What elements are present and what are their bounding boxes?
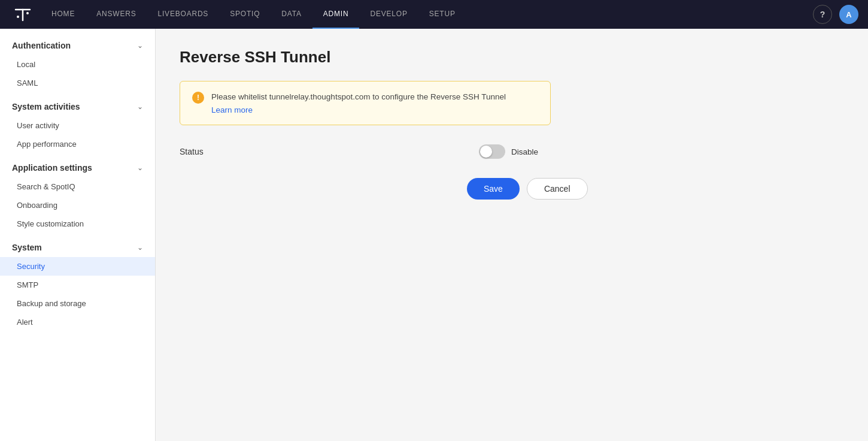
- authentication-chevron: ⌄: [137, 41, 143, 50]
- nav-develop[interactable]: DEVELOP: [359, 0, 418, 29]
- alert-message: Please whitelist tunnelrelay.thoughtspot…: [211, 91, 506, 103]
- learn-more-link[interactable]: Learn more: [211, 105, 253, 114]
- top-navigation: HOME ANSWERS LIVEBOARDS SPOTIQ DATA ADMI…: [0, 0, 868, 29]
- status-row: Status Disable: [180, 144, 844, 159]
- user-avatar[interactable]: A: [839, 5, 858, 24]
- nav-links: HOME ANSWERS LIVEBOARDS SPOTIQ DATA ADMI…: [41, 0, 813, 29]
- button-row: Save Cancel: [467, 178, 844, 200]
- sidebar-section-authentication: Authentication ⌄ Local SAML: [0, 34, 155, 92]
- page-title: Reverse SSH Tunnel: [180, 48, 844, 67]
- system-activities-items: User activity App performance: [0, 116, 155, 153]
- toggle-knob: [480, 146, 492, 158]
- sidebar-section-header-system[interactable]: System ⌄: [0, 235, 155, 257]
- svg-point-3: [17, 16, 19, 18]
- sidebar-item-smtp[interactable]: SMTP: [0, 276, 155, 294]
- alert-content: Please whitelist tunnelrelay.thoughtspot…: [211, 91, 506, 115]
- logo[interactable]: [10, 0, 36, 29]
- body-layout: Authentication ⌄ Local SAML System activ…: [0, 29, 868, 441]
- application-settings-chevron: ⌄: [137, 164, 143, 172]
- sidebar-item-saml[interactable]: SAML: [0, 74, 155, 92]
- nav-answers[interactable]: ANSWERS: [86, 0, 147, 29]
- toggle-container: Disable: [479, 144, 538, 159]
- save-button[interactable]: Save: [467, 178, 520, 200]
- sidebar-item-user-activity[interactable]: User activity: [0, 116, 155, 135]
- nav-liveboards[interactable]: LIVEBOARDS: [147, 0, 219, 29]
- sidebar-item-search-spotiq[interactable]: Search & SpotIQ: [0, 177, 155, 196]
- system-activities-chevron: ⌄: [137, 102, 143, 111]
- nav-admin[interactable]: ADMIN: [312, 0, 360, 29]
- system-items: Security SMTP Backup and storage Alert: [0, 257, 155, 331]
- main-content: Reverse SSH Tunnel ! Please whitelist tu…: [156, 29, 868, 441]
- sidebar-item-app-performance[interactable]: App performance: [0, 135, 155, 153]
- system-title: System: [12, 243, 42, 252]
- alert-box: ! Please whitelist tunnelrelay.thoughtsp…: [180, 81, 551, 125]
- sidebar-item-backup-storage[interactable]: Backup and storage: [0, 294, 155, 313]
- nav-spotiq[interactable]: SPOTIQ: [219, 0, 271, 29]
- sidebar-section-header-application-settings[interactable]: Application settings ⌄: [0, 156, 155, 177]
- nav-data[interactable]: DATA: [271, 0, 312, 29]
- authentication-title: Authentication: [12, 41, 71, 50]
- alert-icon: !: [192, 92, 204, 104]
- sidebar-item-local[interactable]: Local: [0, 55, 155, 74]
- system-activities-title: System activities: [12, 102, 80, 111]
- sidebar-section-application-settings: Application settings ⌄ Search & SpotIQ O…: [0, 156, 155, 233]
- help-button[interactable]: ?: [813, 5, 832, 24]
- cancel-button[interactable]: Cancel: [527, 178, 588, 200]
- sidebar-section-header-system-activities[interactable]: System activities ⌄: [0, 95, 155, 116]
- status-toggle[interactable]: [479, 144, 505, 159]
- sidebar-item-alert[interactable]: Alert: [0, 313, 155, 331]
- svg-point-4: [26, 12, 29, 14]
- sidebar-item-style-customization[interactable]: Style customization: [0, 215, 155, 233]
- sidebar-item-onboarding[interactable]: Onboarding: [0, 196, 155, 215]
- toggle-text: Disable: [511, 147, 538, 156]
- sidebar-item-security[interactable]: Security: [0, 257, 155, 276]
- application-settings-items: Search & SpotIQ Onboarding Style customi…: [0, 177, 155, 233]
- sidebar: Authentication ⌄ Local SAML System activ…: [0, 29, 156, 441]
- status-label: Status: [180, 147, 251, 156]
- application-settings-title: Application settings: [12, 163, 92, 173]
- authentication-items: Local SAML: [0, 55, 155, 92]
- sidebar-section-system-activities: System activities ⌄ User activity App pe…: [0, 95, 155, 153]
- system-chevron: ⌄: [137, 243, 143, 252]
- nav-home[interactable]: HOME: [41, 0, 86, 29]
- nav-setup[interactable]: SETUP: [418, 0, 466, 29]
- sidebar-section-system: System ⌄ Security SMTP Backup and storag…: [0, 235, 155, 331]
- sidebar-section-header-authentication[interactable]: Authentication ⌄: [0, 34, 155, 55]
- nav-right: ? A: [813, 5, 858, 24]
